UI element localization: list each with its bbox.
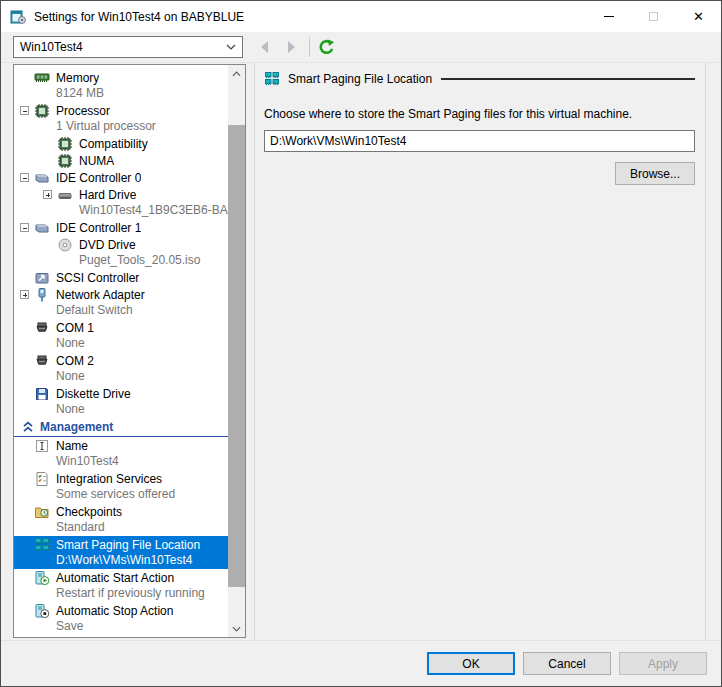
tree-item-integration-services[interactable]: Integration Services — [14, 470, 228, 487]
smart-paging-icon — [264, 71, 280, 87]
tree-item-label: Integration Services — [56, 472, 162, 486]
forward-icon[interactable] — [283, 39, 299, 55]
close-button[interactable]: ✕ — [676, 1, 721, 32]
tree-item-network-adapter[interactable]: Network Adapter — [14, 286, 228, 303]
apply-button: Apply — [619, 652, 707, 675]
tree-item-dvd-drive[interactable]: DVD Drive — [14, 236, 228, 253]
tree-item-numa[interactable]: NUMA — [14, 152, 228, 169]
tree-item-sublabel: Win10Test4 — [14, 454, 228, 470]
footer: OK Cancel Apply — [1, 640, 721, 686]
collapse-chevrons-icon — [20, 419, 36, 435]
window-title: Settings for Win10Test4 on BABYBLUE — [34, 10, 586, 24]
controller-icon — [34, 220, 50, 236]
smart-paging-path-input[interactable] — [264, 130, 695, 152]
chevron-down-icon — [223, 39, 239, 55]
smart-paging-icon — [34, 537, 50, 553]
minimize-icon — [604, 16, 614, 17]
collapse-expander-icon[interactable] — [20, 106, 29, 115]
hard-drive-icon — [57, 187, 73, 203]
tree-item-label: NUMA — [79, 154, 114, 168]
tree-item-label: Smart Paging File Location — [56, 538, 200, 552]
integration-services-icon — [34, 471, 50, 487]
scrollbar-thumb[interactable] — [228, 125, 245, 587]
panel-title: Smart Paging File Location — [288, 72, 432, 86]
collapse-expander-icon[interactable] — [20, 173, 29, 182]
vm-selector-dropdown[interactable]: Win10Test4 — [13, 36, 243, 58]
collapse-expander-icon[interactable] — [20, 223, 29, 232]
tree-item-ide-controller-0[interactable]: IDE Controller 0 — [14, 169, 228, 186]
processor-icon — [57, 153, 73, 169]
tree-item-automatic-stop-action[interactable]: Automatic Stop Action — [14, 602, 228, 619]
tree-item-label: COM 2 — [56, 354, 94, 368]
maximize-icon — [649, 12, 658, 21]
memory-icon — [34, 70, 50, 86]
expand-expander-icon[interactable] — [43, 190, 52, 199]
toolbar-separator — [309, 37, 310, 57]
back-icon[interactable] — [257, 39, 273, 55]
tree-item-label: Memory — [56, 71, 99, 85]
settings-tree: Memory 8124 MB Processor 1 Virtual proce… — [14, 65, 228, 637]
tree-item-sublabel: None — [14, 369, 228, 385]
tree-item-sublabel: Puget_Tools_20.05.iso — [14, 253, 228, 269]
processor-icon — [57, 136, 73, 152]
tree-item-sublabel: Win10Test4_1B9C3EB6-BA... — [14, 203, 228, 219]
tree-item-ide-controller-1[interactable]: IDE Controller 1 — [14, 219, 228, 236]
tree-item-automatic-start-action[interactable]: Automatic Start Action — [14, 569, 228, 586]
cancel-button[interactable]: Cancel — [523, 652, 611, 675]
tree-item-label: Automatic Start Action — [56, 571, 174, 585]
toolbar: Win10Test4 — [1, 32, 721, 63]
network-adapter-icon — [34, 287, 50, 303]
tree-item-sublabel: None — [14, 336, 228, 352]
tree-item-label: Compatibility — [79, 137, 148, 151]
tree-scrollbar[interactable] — [228, 65, 245, 637]
scsi-icon — [34, 270, 50, 286]
tree-item-sublabel: 8124 MB — [14, 86, 228, 102]
tree-item-sublabel: None — [14, 402, 228, 418]
tree-item-label: Network Adapter — [56, 288, 145, 302]
tree-item-memory[interactable]: Memory — [14, 69, 228, 86]
auto-stop-icon — [34, 603, 50, 619]
refresh-icon[interactable] — [318, 39, 335, 56]
tree-item-processor[interactable]: Processor — [14, 102, 228, 119]
tree-item-smart-paging-file-location[interactable]: Smart Paging File Location D:\Work\VMs\W… — [14, 536, 228, 569]
auto-start-icon — [34, 570, 50, 586]
tree-item-label: Processor — [56, 104, 110, 118]
tree-item-com-2[interactable]: COM 2 — [14, 352, 228, 369]
controller-icon — [34, 170, 50, 186]
dvd-icon — [57, 237, 73, 253]
scroll-down-icon[interactable] — [228, 620, 245, 637]
tree-item-sublabel: Some services offered — [14, 487, 228, 503]
com-port-icon — [34, 320, 50, 336]
settings-dialog: Settings for Win10Test4 on BABYBLUE ✕ Wi… — [0, 0, 722, 687]
tree-item-checkpoints[interactable]: Checkpoints — [14, 503, 228, 520]
tree-item-label: Hard Drive — [79, 188, 136, 202]
panel-header: Smart Paging File Location — [264, 71, 695, 87]
tree-item-label: SCSI Controller — [56, 271, 139, 285]
vm-selector-value: Win10Test4 — [20, 40, 223, 54]
browse-button[interactable]: Browse... — [615, 162, 695, 185]
tree-item-hard-drive[interactable]: Hard Drive — [14, 186, 228, 203]
header-rule — [441, 78, 695, 80]
smart-paging-panel: Smart Paging File Location Choose where … — [254, 63, 706, 640]
tree-item-diskette-drive[interactable]: Diskette Drive — [14, 385, 228, 402]
main-area: Memory 8124 MB Processor 1 Virtual proce… — [1, 63, 721, 640]
expand-expander-icon[interactable] — [20, 290, 29, 299]
title-bar[interactable]: Settings for Win10Test4 on BABYBLUE ✕ — [1, 1, 721, 32]
tree-item-com-1[interactable]: COM 1 — [14, 319, 228, 336]
tree-item-label: Automatic Stop Action — [56, 604, 173, 618]
name-icon — [34, 438, 50, 454]
ok-button[interactable]: OK — [427, 652, 515, 675]
tree-item-label: DVD Drive — [79, 238, 136, 252]
tree-section-management[interactable]: Management — [14, 418, 228, 437]
tree-item-name[interactable]: Name — [14, 437, 228, 454]
tree-section-label: Management — [40, 420, 113, 434]
tree-item-scsi-controller[interactable]: SCSI Controller — [14, 269, 228, 286]
tree-item-sublabel: Standard — [14, 520, 228, 536]
tree-item-sublabel: Default Switch — [14, 303, 228, 319]
tree-item-sublabel: Save — [14, 619, 228, 635]
minimize-button[interactable] — [586, 1, 631, 32]
tree-item-compatibility[interactable]: Compatibility — [14, 135, 228, 152]
panel-description: Choose where to store the Smart Paging f… — [264, 107, 695, 121]
tree-item-label: Diskette Drive — [56, 387, 131, 401]
scroll-up-icon[interactable] — [228, 65, 245, 82]
